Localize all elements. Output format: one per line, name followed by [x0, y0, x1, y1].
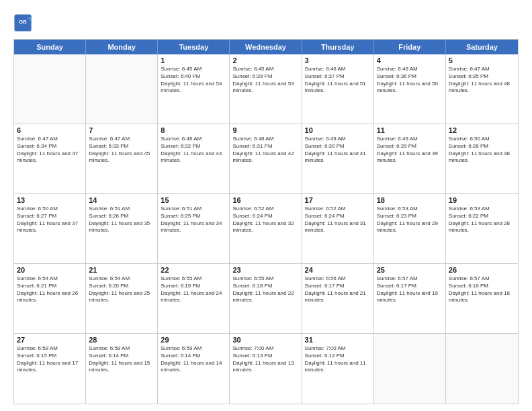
calendar-row: 1Sunrise: 6:45 AMSunset: 6:40 PMDaylight…: [14, 54, 518, 124]
cell-info: Sunrise: 7:00 AMSunset: 6:13 PMDaylight:…: [232, 345, 298, 374]
day-number: 29: [161, 336, 226, 344]
day-number: 23: [232, 266, 298, 274]
day-number: 15: [161, 196, 226, 204]
cell-info: Sunrise: 6:58 AMSunset: 6:14 PMDaylight:…: [89, 345, 154, 374]
cell-info: Sunrise: 6:46 AMSunset: 6:37 PMDaylight:…: [305, 66, 371, 95]
day-number: 24: [305, 266, 371, 274]
calendar-cell: [86, 54, 158, 124]
weekday-header: Saturday: [446, 40, 518, 54]
calendar-cell: 5Sunrise: 6:47 AMSunset: 6:35 PMDaylight…: [446, 54, 518, 124]
day-number: 3: [305, 56, 371, 64]
calendar-cell: 7Sunrise: 6:47 AMSunset: 6:33 PMDaylight…: [86, 124, 158, 193]
cell-info: Sunrise: 6:54 AMSunset: 6:20 PMDaylight:…: [89, 275, 154, 304]
calendar-cell: 16Sunrise: 6:52 AMSunset: 6:24 PMDayligh…: [230, 194, 302, 263]
calendar-cell: 4Sunrise: 6:46 AMSunset: 6:36 PMDaylight…: [374, 54, 446, 124]
cell-info: Sunrise: 6:47 AMSunset: 6:34 PMDaylight:…: [17, 136, 83, 165]
day-number: 6: [17, 126, 83, 134]
cell-info: Sunrise: 6:59 AMSunset: 6:14 PMDaylight:…: [161, 345, 226, 374]
weekday-header: Friday: [374, 40, 446, 54]
cell-info: Sunrise: 6:49 AMSunset: 6:29 PMDaylight:…: [377, 136, 443, 165]
cell-info: Sunrise: 6:47 AMSunset: 6:35 PMDaylight:…: [449, 66, 515, 95]
calendar: SundayMondayTuesdayWednesdayThursdayFrid…: [13, 39, 519, 404]
day-number: 1: [161, 56, 226, 64]
cell-info: Sunrise: 6:45 AMSunset: 6:40 PMDaylight:…: [161, 66, 226, 95]
calendar-cell: 21Sunrise: 6:54 AMSunset: 6:20 PMDayligh…: [86, 264, 158, 333]
calendar-row: 20Sunrise: 6:54 AMSunset: 6:21 PMDayligh…: [14, 264, 518, 334]
calendar-cell: 3Sunrise: 6:46 AMSunset: 6:37 PMDaylight…: [302, 54, 374, 124]
day-number: 16: [232, 196, 298, 204]
calendar-cell: 2Sunrise: 6:45 AMSunset: 6:39 PMDaylight…: [230, 54, 302, 124]
day-number: 4: [377, 56, 443, 64]
cell-info: Sunrise: 6:51 AMSunset: 6:26 PMDaylight:…: [89, 205, 154, 234]
calendar-cell: 13Sunrise: 6:50 AMSunset: 6:27 PMDayligh…: [14, 194, 86, 263]
calendar-cell: 22Sunrise: 6:55 AMSunset: 6:19 PMDayligh…: [158, 264, 230, 333]
calendar-cell: 23Sunrise: 6:55 AMSunset: 6:18 PMDayligh…: [230, 264, 302, 333]
calendar-page: GB SundayMondayTuesdayWednesdayThursdayF…: [0, 0, 532, 411]
calendar-cell: 17Sunrise: 6:52 AMSunset: 6:24 PMDayligh…: [302, 194, 374, 263]
calendar-cell: [14, 54, 86, 124]
cell-info: Sunrise: 6:57 AMSunset: 6:16 PMDaylight:…: [449, 275, 515, 304]
calendar-cell: 10Sunrise: 6:49 AMSunset: 6:30 PMDayligh…: [302, 124, 374, 193]
cell-info: Sunrise: 6:53 AMSunset: 6:22 PMDaylight:…: [449, 205, 515, 234]
calendar-cell: 14Sunrise: 6:51 AMSunset: 6:26 PMDayligh…: [86, 194, 158, 263]
weekday-header: Thursday: [302, 40, 374, 54]
day-number: 28: [89, 336, 154, 344]
cell-info: Sunrise: 6:50 AMSunset: 6:28 PMDaylight:…: [449, 136, 515, 165]
cell-info: Sunrise: 6:57 AMSunset: 6:17 PMDaylight:…: [377, 275, 443, 304]
day-number: 27: [17, 336, 83, 344]
weekday-header: Wednesday: [230, 40, 302, 54]
cell-info: Sunrise: 6:53 AMSunset: 6:23 PMDaylight:…: [377, 205, 443, 234]
day-number: 31: [305, 336, 371, 344]
cell-info: Sunrise: 7:00 AMSunset: 6:12 PMDaylight:…: [305, 345, 371, 374]
day-number: 30: [232, 336, 298, 344]
day-number: 11: [377, 126, 443, 134]
day-number: 5: [449, 56, 515, 64]
cell-info: Sunrise: 6:55 AMSunset: 6:18 PMDaylight:…: [232, 275, 298, 304]
calendar-cell: 20Sunrise: 6:54 AMSunset: 6:21 PMDayligh…: [14, 264, 86, 333]
day-number: 2: [232, 56, 298, 64]
day-number: 22: [161, 266, 226, 274]
calendar-cell: 11Sunrise: 6:49 AMSunset: 6:29 PMDayligh…: [374, 124, 446, 193]
calendar-cell: 1Sunrise: 6:45 AMSunset: 6:40 PMDaylight…: [158, 54, 230, 124]
calendar-cell: 29Sunrise: 6:59 AMSunset: 6:14 PMDayligh…: [158, 334, 230, 404]
day-number: 12: [449, 126, 515, 134]
cell-info: Sunrise: 6:47 AMSunset: 6:33 PMDaylight:…: [89, 136, 154, 165]
weekday-header: Sunday: [14, 40, 86, 54]
cell-info: Sunrise: 6:49 AMSunset: 6:30 PMDaylight:…: [305, 136, 371, 165]
calendar-cell: 27Sunrise: 6:58 AMSunset: 6:15 PMDayligh…: [14, 334, 86, 404]
weekday-header: Tuesday: [158, 40, 230, 54]
calendar-cell: [446, 334, 518, 404]
calendar-cell: 26Sunrise: 6:57 AMSunset: 6:16 PMDayligh…: [446, 264, 518, 333]
cell-info: Sunrise: 6:58 AMSunset: 6:15 PMDaylight:…: [17, 345, 83, 374]
weekday-header: Monday: [86, 40, 158, 54]
calendar-cell: 30Sunrise: 7:00 AMSunset: 6:13 PMDayligh…: [230, 334, 302, 404]
cell-info: Sunrise: 6:46 AMSunset: 6:36 PMDaylight:…: [377, 66, 443, 95]
calendar-cell: 9Sunrise: 6:48 AMSunset: 6:31 PMDaylight…: [230, 124, 302, 193]
calendar-cell: 8Sunrise: 6:48 AMSunset: 6:32 PMDaylight…: [158, 124, 230, 193]
day-number: 25: [377, 266, 443, 274]
calendar-row: 13Sunrise: 6:50 AMSunset: 6:27 PMDayligh…: [14, 194, 518, 264]
calendar-cell: 15Sunrise: 6:51 AMSunset: 6:25 PMDayligh…: [158, 194, 230, 263]
day-number: 21: [89, 266, 154, 274]
cell-info: Sunrise: 6:48 AMSunset: 6:31 PMDaylight:…: [232, 136, 298, 165]
day-number: 26: [449, 266, 515, 274]
day-number: 14: [89, 196, 154, 204]
cell-info: Sunrise: 6:48 AMSunset: 6:32 PMDaylight:…: [161, 136, 226, 165]
calendar-row: 6Sunrise: 6:47 AMSunset: 6:34 PMDaylight…: [14, 124, 518, 194]
cell-info: Sunrise: 6:45 AMSunset: 6:39 PMDaylight:…: [232, 66, 298, 95]
cell-info: Sunrise: 6:56 AMSunset: 6:17 PMDaylight:…: [305, 275, 371, 304]
day-number: 9: [232, 126, 298, 134]
cell-info: Sunrise: 6:52 AMSunset: 6:24 PMDaylight:…: [232, 205, 298, 234]
calendar-row: 27Sunrise: 6:58 AMSunset: 6:15 PMDayligh…: [14, 334, 518, 404]
day-number: 19: [449, 196, 515, 204]
calendar-body: 1Sunrise: 6:45 AMSunset: 6:40 PMDaylight…: [14, 54, 518, 404]
calendar-cell: 24Sunrise: 6:56 AMSunset: 6:17 PMDayligh…: [302, 264, 374, 333]
svg-text:GB: GB: [19, 19, 27, 25]
day-number: 13: [17, 196, 83, 204]
calendar-cell: 31Sunrise: 7:00 AMSunset: 6:12 PMDayligh…: [302, 334, 374, 404]
logo-icon: GB: [13, 13, 32, 32]
logo: GB: [13, 13, 34, 32]
calendar-header: SundayMondayTuesdayWednesdayThursdayFrid…: [14, 40, 518, 54]
day-number: 7: [89, 126, 154, 134]
cell-info: Sunrise: 6:50 AMSunset: 6:27 PMDaylight:…: [17, 205, 83, 234]
